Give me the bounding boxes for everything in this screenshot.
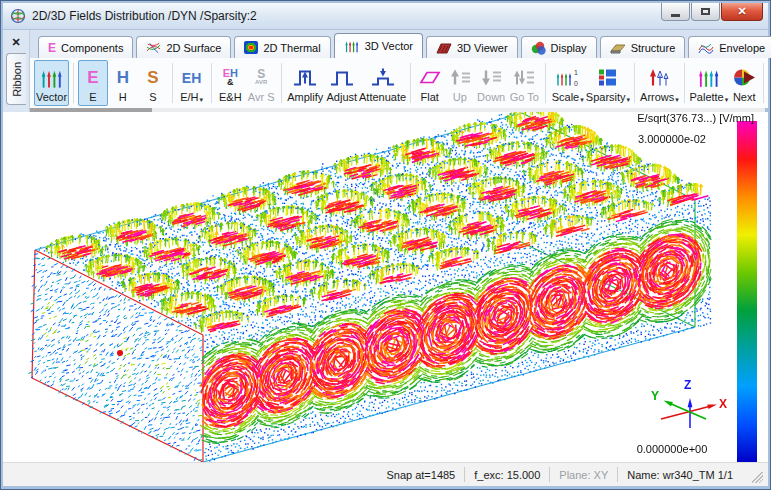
h-letter-icon: H xyxy=(117,64,129,91)
tab-label: Display xyxy=(551,42,587,54)
button-label: Arrows xyxy=(640,91,674,103)
button-label: Go To xyxy=(510,91,539,103)
dropdown-caret-icon: ▾ xyxy=(675,96,679,104)
restore-icon xyxy=(701,8,710,15)
viewport-3d[interactable]: E/sqrt(376.73...) [V/mm] 3.000000e-02 0.… xyxy=(3,112,768,462)
window-title: 2D/3D Fields Distribution /DYN /Sparsity… xyxy=(32,9,661,23)
tab-label: Envelope xyxy=(719,42,765,54)
status-f-exc: f_exc: 15.000 xyxy=(465,469,549,481)
vector-button[interactable]: Vector xyxy=(34,60,69,106)
scale-button[interactable]: 1 0 Scale▾ xyxy=(550,60,586,106)
amplify-icon xyxy=(292,64,318,91)
axis-z-label: Z xyxy=(684,378,691,392)
avr-s-button[interactable]: S AVR Avr S xyxy=(245,60,277,106)
colorbar-title: E/sqrt(376.73...) [V/mm] xyxy=(637,112,754,124)
button-label: Down xyxy=(477,91,505,103)
tab-label: Components xyxy=(61,42,123,54)
adjust-icon xyxy=(329,64,355,91)
arrows-button[interactable]: Arrows▾ xyxy=(639,60,680,106)
eh-letters-icon: EH xyxy=(182,64,201,91)
restore-button[interactable] xyxy=(691,3,720,21)
ribbon-tab-label: Ribbon xyxy=(11,62,23,97)
amplify-button[interactable]: Amplify xyxy=(286,60,325,106)
tab-display[interactable]: Display xyxy=(521,36,597,58)
flat-button[interactable]: Flat xyxy=(415,60,445,106)
button-label: Next xyxy=(733,91,756,103)
viewer-3d-icon xyxy=(436,41,452,55)
button-label: Up xyxy=(453,91,467,103)
window-controls: ✕ xyxy=(661,3,763,21)
close-icon: ✕ xyxy=(737,5,746,18)
arrows-icon xyxy=(648,64,670,91)
adjust-button[interactable]: Adjust xyxy=(325,60,360,106)
ribbon-vertical-tab[interactable]: Ribbon xyxy=(6,53,26,105)
dropdown-caret-icon: ▾ xyxy=(725,96,729,104)
e-and-h-icon: EH & xyxy=(223,64,238,91)
tab-components[interactable]: E Components xyxy=(38,36,133,58)
status-bar: Snap at=1485 f_exc: 15.000 Plane: XY Nam… xyxy=(3,462,768,486)
toolbar: Vector E E H H S S EH E/H▾ EH & xyxy=(30,58,768,108)
toolbar-separator xyxy=(281,63,282,103)
envelope-icon xyxy=(698,41,714,55)
close-button[interactable]: ✕ xyxy=(721,3,763,21)
e-over-h-button[interactable]: EH E/H▾ xyxy=(177,60,207,106)
button-label: Vector xyxy=(36,91,67,103)
colorbar xyxy=(737,121,757,462)
surface-2d-icon xyxy=(146,41,161,55)
tab-bar: E Components 2D Surface 2D Thermal xyxy=(30,30,768,58)
tab-2d-thermal[interactable]: 2D Thermal xyxy=(234,36,330,58)
colorbar-min-value: 0.000000e+00 xyxy=(613,443,731,455)
up-button[interactable]: Up xyxy=(445,60,475,106)
h-field-button[interactable]: H H xyxy=(108,60,138,106)
tab-2d-surface[interactable]: 2D Surface xyxy=(136,36,231,58)
palette-icon xyxy=(697,64,721,91)
sparsity-button[interactable]: Sparsity▾ xyxy=(586,60,631,106)
down-button[interactable]: Down xyxy=(475,60,508,106)
resize-grip[interactable] xyxy=(752,472,763,483)
app-icon xyxy=(10,8,26,24)
tab-label: 2D Thermal xyxy=(263,42,320,54)
panel-close-icon: ✕ xyxy=(11,36,20,49)
structure-icon xyxy=(610,41,626,55)
button-label: Attenuate xyxy=(359,91,406,103)
tab-envelope[interactable]: Envelope xyxy=(688,36,771,58)
toolbar-separator xyxy=(410,63,411,103)
tab-3d-viewer[interactable]: 3D Viewer xyxy=(426,36,518,58)
attenuate-button[interactable]: Attenuate xyxy=(359,60,406,106)
s-field-button[interactable]: S S xyxy=(138,60,168,106)
display-icon xyxy=(531,41,546,55)
vector-field-canvas[interactable] xyxy=(3,112,768,462)
e-letter-icon: E xyxy=(87,64,98,91)
app-window: 2D/3D Fields Distribution /DYN /Sparsity… xyxy=(0,0,771,490)
button-label: E&H xyxy=(219,91,242,103)
thermal-2d-icon xyxy=(244,41,258,54)
left-panel-strip: ✕ Ribbon xyxy=(3,30,30,112)
tab-structure[interactable]: Structure xyxy=(600,36,686,58)
up-icon xyxy=(448,64,472,91)
panel-close-button[interactable]: ✕ xyxy=(7,33,25,51)
tab-3d-vector[interactable]: 3D Vector xyxy=(334,33,423,58)
titlebar: 2D/3D Fields Distribution /DYN /Sparsity… xyxy=(3,3,768,30)
button-label: Scale xyxy=(552,91,580,103)
e-and-h-button[interactable]: EH & E&H xyxy=(215,60,245,106)
svg-text:1: 1 xyxy=(574,69,578,76)
scale-icon: 1 0 xyxy=(555,64,581,91)
attenuate-icon xyxy=(370,64,396,91)
status-plane: Plane: XY xyxy=(550,469,617,481)
goto-button[interactable]: Go To xyxy=(508,60,542,106)
goto-icon xyxy=(512,64,536,91)
next-button[interactable]: Next xyxy=(729,60,759,106)
dropdown-caret-icon: ▾ xyxy=(627,96,631,104)
button-label: H xyxy=(119,91,127,103)
toolbar-separator xyxy=(763,63,764,103)
palette-button[interactable]: Palette▾ xyxy=(689,60,730,106)
button-label: Avr S xyxy=(248,91,275,103)
toolbar-separator xyxy=(545,63,546,103)
dropdown-caret-icon: ▾ xyxy=(199,96,203,104)
sparsity-icon xyxy=(597,64,619,91)
vector-3d-icon xyxy=(344,39,360,53)
status-snap: Snap at=1485 xyxy=(377,469,464,481)
minimize-button[interactable] xyxy=(661,3,690,21)
e-field-button[interactable]: E E xyxy=(78,60,108,106)
down-icon xyxy=(479,64,503,91)
